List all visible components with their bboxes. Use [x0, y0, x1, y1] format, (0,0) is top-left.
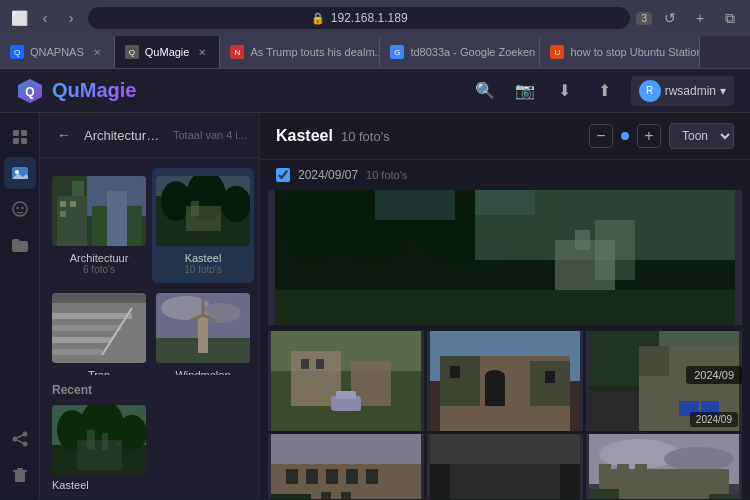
folder-grid: Architectuur 6 foto's — [40, 158, 259, 375]
svg-rect-17 — [15, 472, 25, 482]
user-badge[interactable]: R rwsadmin ▾ — [631, 76, 734, 106]
tab-label-qumagie: QuMagie — [145, 46, 190, 58]
svg-rect-86 — [440, 356, 480, 406]
folder-back-button[interactable]: ← — [52, 123, 76, 147]
date-group-header: 2024/09/07 10 foto's — [260, 160, 750, 190]
camera-search-button[interactable]: 📷 — [511, 77, 539, 105]
tab-google[interactable]: G td8033a - Google Zoeken — [380, 36, 540, 68]
photo-cell-1[interactable] — [268, 190, 742, 325]
zoom-minus-button[interactable]: − — [589, 124, 613, 148]
svg-rect-36 — [191, 201, 199, 216]
folder-thumb-kasteel — [156, 176, 250, 246]
svg-rect-2 — [13, 130, 19, 136]
svg-rect-19 — [17, 468, 23, 470]
tab-favicon-ubuntu: U — [550, 45, 564, 59]
svg-rect-67 — [375, 190, 455, 220]
content-photo-count: 10 foto's — [341, 129, 390, 144]
svg-rect-91 — [545, 371, 555, 383]
svg-point-10 — [16, 207, 18, 209]
search-button[interactable]: 🔍 — [471, 77, 499, 105]
photo-cell-5[interactable] — [268, 434, 424, 499]
sidebar-face-button[interactable] — [4, 193, 36, 225]
photo-svg-5 — [268, 434, 424, 499]
svg-rect-96 — [639, 346, 669, 376]
folder-count-kasteel: 10 foto's — [184, 264, 222, 275]
refresh-button[interactable]: ↺ — [658, 6, 682, 30]
photo-svg-2 — [268, 331, 424, 431]
recent-item-kasteel[interactable]: Kasteel — [52, 405, 247, 491]
address-bar[interactable]: 🔒 192.168.1.189 — [88, 7, 630, 29]
browser-toolbar: ⬜ ‹ › 🔒 192.168.1.189 3 ↺ + ⧉ — [0, 0, 750, 36]
zoom-controls: − + — [589, 124, 661, 148]
upload-button[interactable]: ⬆ — [591, 77, 619, 105]
photo-svg-6 — [427, 434, 583, 499]
photo-cell-2[interactable] — [268, 331, 424, 431]
copy-button[interactable]: ⧉ — [718, 6, 742, 30]
tab-qumagie[interactable]: Q QuMagie ✕ — [115, 36, 221, 68]
tab-label-ubuntu: how to stop Ubuntu Station... — [570, 46, 700, 58]
tab-close-qnapnas[interactable]: ✕ — [90, 45, 104, 59]
tab-close-qumagie[interactable]: ✕ — [195, 45, 209, 59]
svg-rect-107 — [271, 494, 311, 499]
svg-rect-41 — [52, 337, 112, 343]
back-button[interactable]: ‹ — [34, 7, 56, 29]
svg-rect-18 — [13, 470, 27, 472]
photo-svg-3 — [427, 331, 583, 431]
zoom-plus-button[interactable]: + — [637, 124, 661, 148]
photo-cell-7[interactable] — [586, 434, 742, 499]
folder-item-kasteel[interactable]: Kasteel 10 foto's — [152, 168, 254, 283]
sidebar-folder-button[interactable] — [4, 229, 36, 261]
photo-grid-area[interactable]: 2024/09 — [260, 190, 750, 499]
photos-icon — [11, 164, 29, 182]
sidebar-share-button[interactable] — [4, 423, 36, 455]
folder-item-windmolen[interactable]: Windmolen ••• — [152, 285, 254, 375]
svg-line-15 — [17, 435, 23, 438]
svg-rect-5 — [21, 138, 27, 144]
svg-point-9 — [13, 202, 27, 216]
address-text: 192.168.1.189 — [331, 11, 408, 25]
svg-rect-104 — [326, 469, 338, 484]
sidebar-home-button[interactable] — [4, 121, 36, 153]
tab-label-qnapnas: QNAPNAS — [30, 46, 84, 58]
new-tab-button[interactable]: + — [688, 6, 712, 30]
svg-rect-3 — [21, 130, 27, 136]
forward-button[interactable]: › — [60, 7, 82, 29]
user-dropdown-icon: ▾ — [720, 84, 726, 98]
folder-item-architectuur[interactable]: Architectuur 6 foto's — [48, 168, 150, 283]
photo-cell-6[interactable] — [427, 434, 583, 499]
svg-rect-109 — [341, 492, 351, 499]
svg-rect-49 — [198, 313, 208, 353]
svg-rect-4 — [13, 138, 19, 144]
folder-name-architectuur: Architectuur — [70, 252, 129, 264]
sidebar-trash-button[interactable] — [4, 459, 36, 491]
folder-panel-header: ← Architecture and ... Totaal van 4 i... — [40, 113, 259, 158]
tab-count: 3 — [636, 12, 652, 25]
tabs-bar: Q QNAPNAS ✕ Q QuMagie ✕ N As Trump touts… — [0, 36, 750, 68]
photo-cell-4[interactable]: 2024/09 — [586, 331, 742, 431]
tab-qnapnas[interactable]: Q QNAPNAS ✕ — [0, 36, 115, 68]
face-icon — [11, 200, 29, 218]
share-icon — [11, 430, 29, 448]
date-checkbox[interactable] — [276, 168, 290, 182]
view-select[interactable]: Toon — [669, 123, 734, 149]
sidebar-photos-button[interactable] — [4, 157, 36, 189]
svg-rect-87 — [530, 361, 570, 406]
tab-trump[interactable]: N As Trump touts his dealm... — [220, 36, 380, 68]
tab-ubuntu[interactable]: U how to stop Ubuntu Station... — [540, 36, 700, 68]
logo-icon: Q — [16, 77, 44, 105]
svg-rect-123 — [635, 464, 647, 476]
svg-rect-122 — [617, 464, 629, 476]
content-title: Kasteel — [276, 127, 333, 145]
svg-rect-39 — [52, 313, 132, 319]
username: rwsadmin — [665, 84, 716, 98]
svg-rect-28 — [107, 191, 127, 246]
download-button[interactable]: ⬇ — [551, 77, 579, 105]
folder-item-trap[interactable]: Trap — [48, 285, 150, 375]
photo-cell-3[interactable] — [427, 331, 583, 431]
folder-panel: ← Architecture and ... Totaal van 4 i... — [40, 113, 260, 499]
browser-actions: 3 ↺ + ⧉ — [636, 6, 742, 30]
folder-icon — [11, 236, 29, 254]
date-photo-count: 10 foto's — [366, 169, 407, 181]
recent-section-title: Recent — [52, 383, 247, 397]
svg-rect-22 — [72, 181, 84, 196]
